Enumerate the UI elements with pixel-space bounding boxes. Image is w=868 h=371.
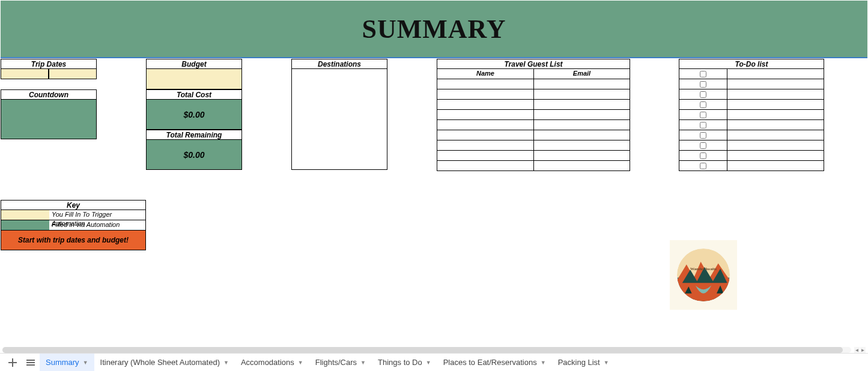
todo-row	[679, 69, 824, 79]
todo-checkbox-cell[interactable]	[679, 110, 727, 120]
trip-dates-header: Trip Dates	[1, 59, 97, 69]
scroll-left-icon[interactable]: ◄	[854, 347, 860, 353]
sheet-tab-label: Summary	[46, 358, 79, 367]
guest-email-cell[interactable]	[533, 100, 630, 110]
todo-text-cell[interactable]	[727, 100, 824, 110]
guest-name-cell[interactable]	[437, 140, 533, 151]
sheet-tab[interactable]: Summary▼	[40, 354, 94, 372]
todo-row	[679, 140, 824, 151]
todo-text-cell[interactable]	[727, 89, 824, 100]
todo-checkbox[interactable]	[700, 112, 706, 118]
chevron-down-icon[interactable]: ▼	[223, 360, 229, 366]
guest-email-cell[interactable]	[533, 89, 630, 100]
todo-checkbox-cell[interactable]	[679, 100, 727, 110]
todo-checkbox-cell[interactable]	[679, 151, 727, 161]
scrollbar-thumb[interactable]	[2, 347, 843, 353]
todo-checkbox-cell[interactable]	[679, 161, 727, 171]
todo-text-cell[interactable]	[727, 79, 824, 89]
summary-banner: SUMMARY	[1, 1, 867, 58]
todo-checkbox[interactable]	[700, 152, 706, 159]
guest-row	[437, 100, 630, 110]
menu-icon	[26, 358, 35, 367]
todo-checkbox[interactable]	[700, 122, 706, 128]
todo-checkbox-cell[interactable]	[679, 69, 727, 79]
guest-name-cell[interactable]	[437, 130, 533, 140]
sheet-tab-bar: Summary▼Itinerary (Whole Sheet Automated…	[0, 353, 868, 371]
guest-email-cell[interactable]	[533, 161, 630, 171]
todo-text-cell[interactable]	[727, 69, 824, 79]
destinations-body[interactable]	[291, 69, 387, 170]
trip-start-date-cell[interactable]	[1, 69, 49, 79]
guest-email-cell[interactable]	[533, 140, 630, 151]
guest-name-cell[interactable]	[437, 151, 533, 161]
scroll-right-icon[interactable]: ►	[860, 347, 866, 353]
sheet-tab[interactable]: Packing List▼	[552, 354, 615, 372]
total-cost-block: Total Cost $0.00	[146, 89, 242, 130]
todo-text-cell[interactable]	[727, 130, 824, 140]
guest-row	[437, 110, 630, 120]
guest-name-cell[interactable]	[437, 100, 533, 110]
guest-name-cell[interactable]	[437, 110, 533, 120]
todo-row	[679, 110, 824, 120]
guest-email-cell[interactable]	[533, 120, 630, 130]
guest-name-cell[interactable]	[437, 120, 533, 130]
sheet-tab[interactable]: Places to Eat/Reservations▼	[437, 354, 552, 372]
todo-checkbox-cell[interactable]	[679, 130, 727, 140]
guest-name-cell[interactable]	[437, 161, 533, 171]
chevron-down-icon[interactable]: ▼	[541, 360, 546, 366]
chevron-down-icon[interactable]: ▼	[426, 360, 431, 366]
todo-row	[679, 79, 824, 89]
todo-row	[679, 151, 824, 161]
add-sheet-button[interactable]	[4, 354, 22, 372]
todo-header: To-Do list	[679, 59, 824, 69]
todo-text-cell[interactable]	[727, 151, 824, 161]
todo-checkbox[interactable]	[700, 142, 706, 149]
chevron-down-icon[interactable]: ▼	[298, 360, 303, 366]
sheet-tab[interactable]: Flights/Cars▼	[309, 354, 372, 372]
todo-checkbox-cell[interactable]	[679, 140, 727, 151]
trip-end-date-cell[interactable]	[49, 69, 97, 79]
todo-checkbox-cell[interactable]	[679, 89, 727, 100]
todo-checkbox[interactable]	[700, 91, 706, 98]
todo-checkbox-cell[interactable]	[679, 79, 727, 89]
chevron-down-icon[interactable]: ▼	[604, 360, 609, 366]
chevron-down-icon[interactable]: ▼	[83, 360, 88, 366]
guest-email-cell[interactable]	[533, 110, 630, 120]
budget-input-cell[interactable]	[146, 69, 242, 89]
sheet-tab[interactable]: Things to Do▼	[372, 354, 437, 372]
destinations-header: Destinations	[291, 59, 387, 69]
total-remaining-value: $0.00	[146, 140, 242, 170]
chevron-down-icon[interactable]: ▼	[360, 360, 366, 366]
spreadsheet-grid[interactable]: Trip Dates Countdown Budget Total Cost $…	[0, 59, 868, 347]
sheet-tab-label: Things to Do	[378, 358, 422, 367]
todo-checkbox-cell[interactable]	[679, 120, 727, 130]
key-swatch-green	[1, 220, 49, 230]
guest-name-cell[interactable]	[437, 89, 533, 100]
todo-text-cell[interactable]	[727, 161, 824, 171]
sheet-tab-label: Packing List	[558, 358, 600, 367]
wanderawaits-logo: WanderAwaits	[670, 240, 737, 310]
all-sheets-button[interactable]	[22, 354, 40, 372]
countdown-header: Countdown	[1, 89, 97, 100]
todo-checkbox[interactable]	[700, 163, 706, 169]
todo-checkbox[interactable]	[700, 71, 706, 77]
horizontal-scrollbar[interactable]	[2, 347, 851, 353]
guest-email-cell[interactable]	[533, 151, 630, 161]
todo-text-cell[interactable]	[727, 140, 824, 151]
key-text-1: You Fill In To Trigger Automation	[49, 210, 145, 220]
todo-text-cell[interactable]	[727, 110, 824, 120]
todo-checkbox[interactable]	[700, 132, 706, 139]
guest-email-cell[interactable]	[533, 130, 630, 140]
banner-title: SUMMARY	[362, 14, 506, 44]
guest-name-cell[interactable]	[437, 79, 533, 89]
todo-text-cell[interactable]	[727, 120, 824, 130]
todo-checkbox[interactable]	[700, 81, 706, 88]
logo-text: WanderAwaits	[677, 267, 730, 271]
key-start-message: Start with trip dates and budget!	[1, 231, 146, 250]
budget-block: Budget	[146, 59, 242, 89]
sheet-tab[interactable]: Itinerary (Whole Sheet Automated)▼	[94, 354, 235, 372]
trip-dates-block: Trip Dates	[1, 59, 97, 79]
guest-email-cell[interactable]	[533, 79, 630, 89]
todo-checkbox[interactable]	[700, 101, 706, 108]
sheet-tab[interactable]: Accomodations▼	[235, 354, 309, 372]
